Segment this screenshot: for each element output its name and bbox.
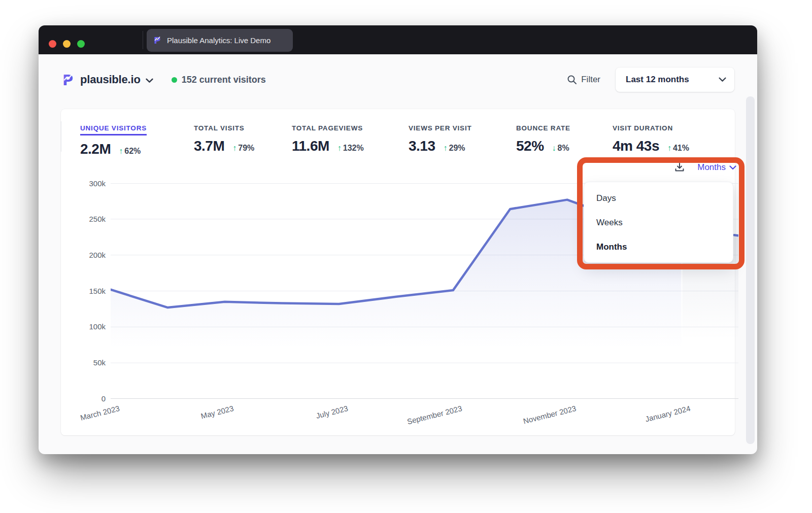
interval-menu-item-months[interactable]: Months [584,235,733,259]
x-tick-label: September 2023 [406,404,463,426]
browser-tab[interactable]: P Plausible Analytics: Live Demo [147,29,293,52]
tab-divider [143,31,143,49]
chevron-down-icon [719,77,726,82]
stat-value: 2.2M [80,141,111,157]
stat-label: TOTAL PAGEVIEWS [292,124,363,132]
stat-value: 11.6M [292,138,329,154]
change-up-icon: ↑ [119,147,123,155]
x-tick-label: July 2023 [315,404,349,420]
stat-visit-duration[interactable]: VISIT DURATION 4m 43s ↑41% [613,123,689,154]
close-button[interactable] [49,40,56,48]
chart-toolbar: Months [674,162,736,173]
live-visitors[interactable]: 152 current visitors [172,75,266,85]
change-up-icon: ↑ [232,144,236,152]
stat-label: VISIT DURATION [613,124,673,132]
app-window: P Plausible Analytics: Live Demo P plaus… [39,25,757,454]
interval-menu-item-days[interactable]: Days [584,186,733,211]
interval-value: Months [697,162,726,173]
current-visitors-label: 152 current visitors [182,75,266,85]
y-tick-label: 50k [93,358,106,368]
stat-change: ↑79% [232,144,254,153]
date-range-select[interactable]: Last 12 months [616,67,734,92]
stat-label: UNIQUE VISITORS [80,124,147,135]
y-axis: 050k100k150k200k250k300k [61,183,106,399]
change-down-icon: ↓ [552,144,556,152]
interval-menu: DaysWeeksMonths [584,182,733,263]
titlebar: P Plausible Analytics: Live Demo [39,25,757,54]
stat-change: ↑41% [667,144,689,153]
filter-label: Filter [581,75,600,85]
x-tick-label: November 2023 [522,404,577,425]
y-tick-label: 250k [89,214,106,224]
stat-value: 4m 43s [613,138,659,154]
stat-change: ↑62% [119,147,141,156]
stat-value: 3.13 [409,138,435,154]
scrollbar-thumb[interactable] [746,96,755,444]
stat-label: VIEWS PER VISIT [409,124,472,132]
change-up-icon: ↑ [337,144,342,152]
x-tick-label: March 2023 [79,404,120,422]
change-up-icon: ↑ [667,144,671,152]
y-tick-label: 100k [89,322,106,332]
chevron-down-icon [729,165,736,170]
x-tick-label: May 2023 [200,404,234,420]
stat-value: 52% [516,138,544,154]
stat-label: TOTAL VISITS [194,124,245,132]
plausible-logo-icon: P [62,73,75,87]
plausible-logo-icon: P [154,36,162,45]
stat-bounce-rate[interactable]: BOUNCE RATE 52% ↓8% [516,123,570,154]
zoom-button[interactable] [77,40,85,48]
change-up-icon: ↑ [444,144,448,152]
site-switcher[interactable]: P plausible.io [62,73,153,87]
date-range-value: Last 12 months [626,75,719,85]
x-tick-label: January 2024 [644,404,691,423]
x-axis: March 2023May 2023July 2023September 202… [111,404,738,427]
search-icon [567,75,577,85]
stat-change: ↑29% [444,144,465,153]
tab-title: Plausible Analytics: Live Demo [167,36,270,45]
interval-menu-item-weeks[interactable]: Weeks [584,211,733,235]
export-button[interactable] [674,162,685,173]
stat-total-pageviews[interactable]: TOTAL PAGEVIEWS 11.6M ↑132% [292,123,364,154]
minimize-button[interactable] [63,40,71,48]
dashboard-header: P plausible.io 152 current visitors Filt… [62,67,734,92]
stat-value: 3.7M [194,138,224,154]
green-dot-icon [172,77,177,83]
stat-change: ↓8% [552,144,569,153]
interval-dropdown-button[interactable]: Months [697,162,736,173]
y-tick-label: 0 [101,394,106,404]
y-tick-label: 200k [89,250,106,260]
y-tick-label: 300k [89,179,106,189]
stat-label: BOUNCE RATE [516,124,570,132]
download-icon [674,162,685,173]
y-tick-label: 150k [89,286,106,296]
stat-change: ↑132% [337,144,364,153]
dashboard-card: UNIQUE VISITORS 2.2M ↑62% TOTAL VISITS 3… [61,109,735,435]
stat-divider [61,121,61,152]
stat-views-per-visit[interactable]: VIEWS PER VISIT 3.13 ↑29% [409,123,472,154]
stat-total-visits[interactable]: TOTAL VISITS 3.7M ↑79% [194,123,254,154]
chevron-down-icon [146,78,153,83]
filter-button[interactable]: Filter [567,75,600,85]
stat-unique-visitors[interactable]: UNIQUE VISITORS 2.2M ↑62% [80,123,147,157]
site-name: plausible.io [80,73,141,86]
